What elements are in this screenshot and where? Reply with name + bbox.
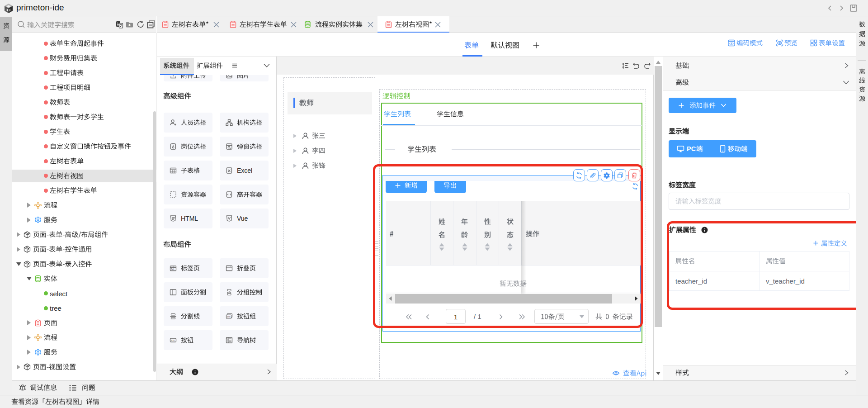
svg-text:BTN: BTN: [171, 340, 175, 342]
svg-text:BTN: BTN: [227, 316, 231, 318]
svg-text:Tab: Tab: [171, 268, 175, 270]
